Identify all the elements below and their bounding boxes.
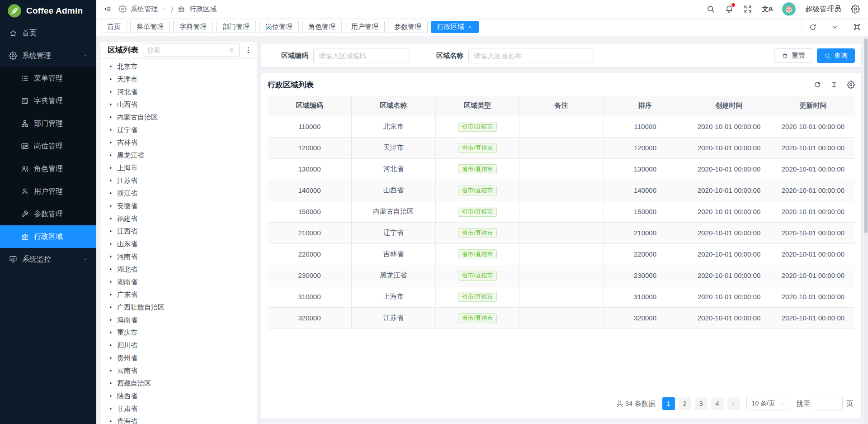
- tree-node[interactable]: 内蒙古自治区: [106, 111, 257, 124]
- tree-node[interactable]: 山西省: [106, 98, 257, 111]
- search-button[interactable]: 查询: [817, 48, 855, 63]
- language-switch-icon[interactable]: 文A: [762, 5, 773, 14]
- tree-search-button[interactable]: [224, 44, 239, 56]
- next-page-button[interactable]: [727, 397, 740, 410]
- notifications-button[interactable]: [725, 5, 734, 14]
- sidebar-menu: 首页系统管理菜单管理字典管理部门管理岗位管理角色管理用户管理参数管理行政区域系统…: [0, 22, 96, 271]
- sidebar-item-dict-mgmt[interactable]: 字典管理: [0, 90, 96, 112]
- tree-node[interactable]: 四川省: [106, 339, 257, 352]
- sidebar-item-role-mgmt[interactable]: 角色管理: [0, 157, 96, 180]
- breadcrumb-parent[interactable]: 系统管理: [131, 5, 158, 14]
- tree-node[interactable]: 江苏省: [106, 174, 257, 187]
- region-name-input[interactable]: [468, 48, 594, 63]
- tree-node[interactable]: 浙江省: [106, 187, 257, 200]
- tree-more-button[interactable]: [244, 46, 252, 54]
- tree-node[interactable]: 北京市: [106, 60, 257, 73]
- page-size-select[interactable]: 10 条/页: [746, 397, 789, 410]
- tree-node[interactable]: 湖南省: [106, 276, 257, 288]
- tree-node[interactable]: 黑龙江省: [106, 149, 257, 162]
- sidebar-item-param-mgmt[interactable]: 参数管理: [0, 203, 96, 225]
- tree-search-input[interactable]: [143, 44, 224, 56]
- tab-角色管理[interactable]: 角色管理: [302, 21, 342, 33]
- page-button-1[interactable]: 1: [662, 397, 675, 410]
- tab-字典管理[interactable]: 字典管理: [173, 21, 213, 33]
- tree-node[interactable]: 天津市: [106, 73, 257, 86]
- tree-node[interactable]: 西藏自治区: [106, 377, 257, 390]
- fullscreen-icon[interactable]: [743, 5, 752, 14]
- tree-node[interactable]: 湖北省: [106, 263, 257, 276]
- page-button-3[interactable]: 3: [695, 397, 708, 410]
- table-row[interactable]: 320000江苏省省市/直辖市3200002020-10-01 00:00:00…: [268, 307, 855, 329]
- sidebar-item-system-mgmt[interactable]: 系统管理: [0, 44, 96, 67]
- tree-node[interactable]: 甘肃省: [106, 402, 257, 415]
- table-row[interactable]: 110000北京市省市/直辖市1100002020-10-01 00:00:00…: [268, 116, 855, 137]
- page-button-4[interactable]: 4: [711, 397, 724, 410]
- tab-部门管理[interactable]: 部门管理: [216, 21, 256, 33]
- tab-label: 参数管理: [394, 23, 421, 31]
- sidebar-item-region[interactable]: 行政区域: [0, 225, 96, 248]
- caret-right-icon: [108, 368, 113, 373]
- tree-node[interactable]: 河南省: [106, 250, 257, 263]
- tree-node[interactable]: 陕西省: [106, 390, 257, 402]
- table-row[interactable]: 130000河北省省市/直辖市1300002020-10-01 00:00:00…: [268, 158, 855, 180]
- tree-node[interactable]: 吉林省: [106, 136, 257, 149]
- settings-gear-icon[interactable]: [851, 5, 860, 14]
- tree-node[interactable]: 上海市: [106, 162, 257, 174]
- tab-岗位管理[interactable]: 岗位管理: [259, 21, 299, 33]
- maximize-content-button[interactable]: [846, 18, 868, 36]
- sidebar-item-menu-mgmt[interactable]: 菜单管理: [0, 67, 96, 90]
- region-code-input[interactable]: [313, 48, 410, 63]
- cell-updated: 2020-10-01 00:00:00: [771, 222, 855, 243]
- table-row[interactable]: 210000辽宁省省市/直辖市2100002020-10-01 00:00:00…: [268, 222, 855, 243]
- page-button-2[interactable]: 2: [679, 397, 691, 410]
- breadcrumb-separator: /: [171, 5, 173, 13]
- tree-node[interactable]: 河北省: [106, 86, 257, 98]
- table-row[interactable]: 220000吉林省省市/直辖市2200002020-10-01 00:00:00…: [268, 243, 855, 265]
- tab-行政区域[interactable]: 行政区域: [431, 21, 479, 33]
- sidebar-item-post-mgmt[interactable]: 岗位管理: [0, 135, 96, 157]
- tab-options-button[interactable]: [824, 18, 846, 36]
- table-row[interactable]: 310000上海市省市/直辖市3100002020-10-01 00:00:00…: [268, 286, 855, 307]
- table-row[interactable]: 230000黑龙江省省市/直辖市2300002020-10-01 00:00:0…: [268, 265, 855, 286]
- refresh-tab-button[interactable]: [802, 18, 824, 36]
- tree-node[interactable]: 广西壮族自治区: [106, 301, 257, 314]
- tree-node[interactable]: 辽宁省: [106, 124, 257, 136]
- gear-icon[interactable]: [847, 81, 855, 89]
- sidebar-item-home[interactable]: 首页: [0, 22, 96, 44]
- current-user-name[interactable]: 超级管理员: [805, 5, 841, 14]
- tree-node[interactable]: 安徽省: [106, 200, 257, 212]
- tree-node[interactable]: 江西省: [106, 225, 257, 238]
- sidebar-item-user-mgmt[interactable]: 用户管理: [0, 180, 96, 203]
- tree-node[interactable]: 广东省: [106, 288, 257, 301]
- tree-node[interactable]: 福建省: [106, 212, 257, 225]
- tree-node-label: 青海省: [117, 417, 137, 424]
- tree-node[interactable]: 青海省: [106, 415, 257, 424]
- sidebar-item-label: 系统监控: [22, 255, 51, 264]
- reset-button[interactable]: 重置: [774, 48, 812, 63]
- text-height-icon[interactable]: [830, 81, 838, 89]
- tree-node[interactable]: 贵州省: [106, 352, 257, 364]
- tab-参数管理[interactable]: 参数管理: [388, 21, 428, 33]
- menu-fold-icon[interactable]: [104, 5, 112, 13]
- scrollbar-thumb[interactable]: [864, 38, 868, 233]
- refresh-icon[interactable]: [813, 81, 821, 89]
- tab-首页[interactable]: 首页: [101, 21, 127, 33]
- jump-to-page-input[interactable]: [814, 397, 843, 410]
- sidebar-item-system-monitor[interactable]: 系统监控: [0, 248, 96, 271]
- tree-node[interactable]: 山东省: [106, 238, 257, 250]
- tree-node[interactable]: 云南省: [106, 364, 257, 377]
- tree-node[interactable]: 重庆市: [106, 326, 257, 339]
- window-scrollbar[interactable]: [864, 37, 868, 424]
- table-row[interactable]: 150000内蒙古自治区省市/直辖市1500002020-10-01 00:00…: [268, 201, 855, 222]
- tab-用户管理[interactable]: 用户管理: [345, 21, 385, 33]
- tab-菜单管理[interactable]: 菜单管理: [130, 21, 170, 33]
- cell-name: 辽宁省: [352, 222, 436, 243]
- avatar[interactable]: [782, 2, 796, 16]
- table-row[interactable]: 120000天津市省市/直辖市1200002020-10-01 00:00:00…: [268, 137, 855, 158]
- sidebar-item-dept-mgmt[interactable]: 部门管理: [0, 112, 96, 135]
- tree-node[interactable]: 海南省: [106, 314, 257, 326]
- cell-created: 2020-10-01 00:00:00: [687, 286, 771, 307]
- cell-remark: [519, 180, 604, 201]
- search-icon[interactable]: [706, 5, 715, 14]
- table-row[interactable]: 140000山西省省市/直辖市1400002020-10-01 00:00:00…: [268, 180, 855, 201]
